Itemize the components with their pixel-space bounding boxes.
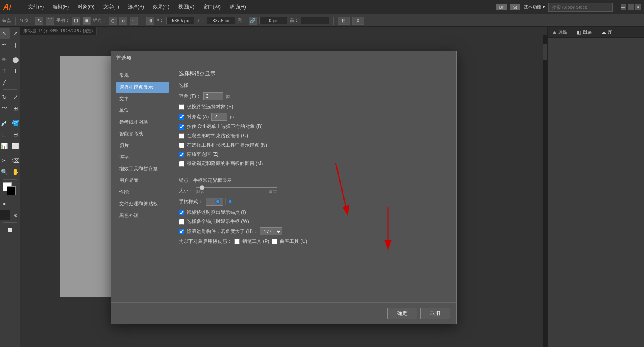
tab-library[interactable]: ☁ 库 xyxy=(597,27,617,37)
cb-path[interactable] xyxy=(179,104,184,110)
nav-slices[interactable]: 切片 xyxy=(116,140,169,151)
cb-anchor[interactable] xyxy=(179,143,184,148)
nav-hyphen[interactable]: 连字 xyxy=(116,152,169,163)
handle-btn2[interactable]: ■ xyxy=(83,17,91,25)
select-tool-icon[interactable]: ↖ xyxy=(0,28,10,39)
align-input[interactable] xyxy=(211,113,227,121)
nav-text[interactable]: 文字 xyxy=(116,93,169,104)
blob-brush-icon[interactable]: ⬤ xyxy=(10,54,21,65)
tab-layers[interactable]: ◧ 图层 xyxy=(572,27,597,37)
mesh-tool-icon[interactable]: ⊟ xyxy=(10,129,21,140)
menu-file[interactable]: 文件(F) xyxy=(24,2,48,12)
anchor-btn2[interactable]: ⌀ xyxy=(119,17,127,25)
nav-plugins[interactable]: 增效工具和暂存盘 xyxy=(116,163,169,174)
w-input[interactable] xyxy=(259,17,287,24)
cb-pen[interactable] xyxy=(234,239,240,244)
menu-object[interactable]: 对象(O) xyxy=(74,2,98,12)
tolerance-input[interactable] xyxy=(203,92,223,100)
warp-tool-icon[interactable]: 〜 xyxy=(0,103,10,114)
cb-move[interactable] xyxy=(179,161,184,167)
scale-tool-icon[interactable]: ⤢ xyxy=(10,92,21,102)
align-distribute-btn[interactable]: ≡ xyxy=(352,17,364,25)
cancel-button[interactable]: 取消 xyxy=(420,308,450,319)
direct-select-icon[interactable]: ↗ xyxy=(10,28,21,39)
menu-select[interactable]: 选择(S) xyxy=(124,2,148,12)
h-input[interactable] xyxy=(301,17,329,24)
anchor-btn3[interactable]: ⌁ xyxy=(130,17,138,25)
paintbucket-icon[interactable]: 🪣 xyxy=(10,118,21,128)
graph-tool-icon[interactable]: 📊 xyxy=(0,140,10,151)
cb-curve[interactable] xyxy=(272,239,277,244)
x-input[interactable] xyxy=(166,17,194,24)
hand-icon[interactable]: ✋ xyxy=(10,167,21,177)
arrow-select-btn[interactable]: ↖ xyxy=(35,17,43,25)
cb-align[interactable] xyxy=(179,114,184,120)
link-btn[interactable]: 🔗 xyxy=(249,17,257,25)
line-tool-icon[interactable]: ╱ xyxy=(0,77,10,87)
cb-multihandle[interactable] xyxy=(179,219,184,225)
pen-tool-icon[interactable]: ✒ xyxy=(0,39,10,50)
nav-units[interactable]: 单位 xyxy=(116,105,169,116)
menu-effect[interactable]: 效果(C) xyxy=(149,2,173,12)
handle-style-1[interactable] xyxy=(206,198,223,206)
change-screen-icon[interactable]: ⬜ xyxy=(5,225,15,235)
nav-perf[interactable]: 性能 xyxy=(116,187,169,198)
y-input[interactable] xyxy=(207,17,235,24)
eyedropper-icon[interactable]: 💉 xyxy=(0,118,10,128)
minimize-button[interactable]: — xyxy=(621,4,626,10)
scissors-icon[interactable]: ✂ xyxy=(0,155,10,166)
color-swatches[interactable] xyxy=(3,182,17,197)
curve-tool-icon[interactable]: ∫ xyxy=(10,39,21,50)
type-tool-icon[interactable]: T xyxy=(0,66,10,76)
stock-icon[interactable]: St xyxy=(510,4,520,10)
cb-constrain[interactable] xyxy=(179,133,184,139)
handle-btn1[interactable]: ⊡ xyxy=(72,17,80,25)
eraser-icon[interactable]: ⌫ xyxy=(10,155,21,166)
nav-guides[interactable]: 参考线和网格 xyxy=(116,117,169,128)
ok-button[interactable]: 确定 xyxy=(387,308,417,319)
cb-ctrl[interactable] xyxy=(179,124,184,130)
transform-more-btn[interactable]: ⊟ xyxy=(338,17,350,25)
nav-appearance[interactable]: 黑色外观 xyxy=(116,210,169,221)
tab-properties[interactable]: ⊞ 属性 xyxy=(548,27,572,37)
curve-btn[interactable]: ⌒ xyxy=(46,17,54,25)
rotate-tool-icon[interactable]: ↻ xyxy=(0,92,10,102)
nav-selection[interactable]: 选择和锚点显示 xyxy=(116,82,169,93)
free-transform-icon[interactable]: ⊞ xyxy=(10,103,21,114)
maximize-button[interactable]: □ xyxy=(628,4,634,10)
nav-smart[interactable]: 智能参考线 xyxy=(116,128,169,139)
none-fill-icon[interactable]: ⊘ xyxy=(10,210,21,220)
nav-file[interactable]: 文件处理和剪贴板 xyxy=(116,198,169,209)
nav-general[interactable]: 常规 xyxy=(116,70,169,81)
black-fill-icon[interactable] xyxy=(0,210,10,220)
artboard-tool-icon[interactable]: ⬜ xyxy=(10,140,21,151)
gradient-tool-icon[interactable]: ◫ xyxy=(0,129,10,140)
rect-tool-icon[interactable]: □ xyxy=(10,77,21,87)
brush-tool-icon[interactable]: ✏ xyxy=(0,54,10,65)
menu-view[interactable]: 视图(V) xyxy=(174,2,198,12)
cb-corner[interactable] xyxy=(179,229,184,234)
stroke-icon[interactable]: □ xyxy=(10,198,21,209)
tool-row-4: T T̲ xyxy=(0,66,20,76)
close-button[interactable]: ✕ xyxy=(635,4,641,10)
slider-thumb[interactable] xyxy=(200,185,204,190)
menu-help[interactable]: 帮助(H) xyxy=(225,2,250,12)
cb-zoom[interactable] xyxy=(179,152,184,157)
anchor-btn1[interactable]: ◇ xyxy=(109,17,117,25)
zoom-icon[interactable]: 🔍 xyxy=(0,167,10,177)
workspace-label[interactable]: 基本功能 ▾ xyxy=(524,4,545,10)
menu-window[interactable]: 窗口(W) xyxy=(199,2,225,12)
handle-style-2[interactable] xyxy=(225,198,235,205)
search-input[interactable] xyxy=(548,3,613,12)
type-area-icon[interactable]: T̲ xyxy=(10,66,21,76)
cb-highlight[interactable] xyxy=(179,210,184,215)
dialog-overlay: 首选项 常规 选择和锚点显示 文字 单位 参考线和网格 智能参考线 切片 连字 … xyxy=(20,27,547,347)
menu-edit[interactable]: 编辑(E) xyxy=(49,2,73,12)
cb-path-row: 仅按路径选择对象 (S) xyxy=(179,103,452,110)
align-btn[interactable]: ⊞ xyxy=(146,17,154,25)
fill-icon[interactable]: ■ xyxy=(0,198,10,209)
menu-text[interactable]: 文字(T) xyxy=(99,2,123,12)
nav-ui[interactable]: 用户界面 xyxy=(116,175,169,186)
corner-angle-select[interactable]: 177° 150° 120° 90° xyxy=(260,227,282,235)
bridge-icon[interactable]: Br xyxy=(496,4,507,10)
